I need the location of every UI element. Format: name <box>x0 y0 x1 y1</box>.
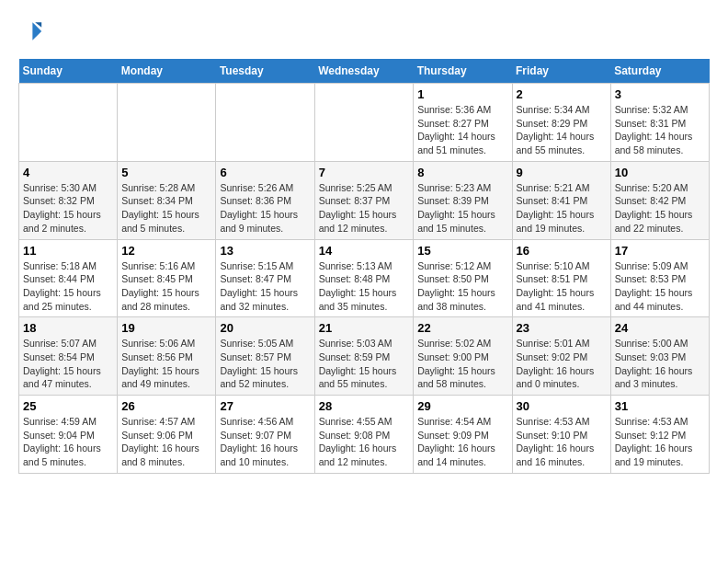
day-number: 5 <box>121 166 211 179</box>
day-number: 30 <box>517 399 607 413</box>
day-cell: 6Sunrise: 5:26 AM Sunset: 8:36 PM Daylig… <box>216 161 314 239</box>
day-number: 29 <box>417 399 507 413</box>
logo <box>18 18 48 44</box>
week-row-5: 25Sunrise: 4:59 AM Sunset: 9:04 PM Dayli… <box>19 396 710 474</box>
day-number: 10 <box>615 166 705 179</box>
day-info: Sunrise: 5:00 AM Sunset: 9:03 PM Dayligh… <box>615 337 705 391</box>
day-cell: 4Sunrise: 5:30 AM Sunset: 8:32 PM Daylig… <box>19 161 118 239</box>
day-number: 19 <box>121 321 211 335</box>
day-cell: 10Sunrise: 5:20 AM Sunset: 8:42 PM Dayli… <box>610 161 709 239</box>
day-cell: 13Sunrise: 5:15 AM Sunset: 8:47 PM Dayli… <box>216 239 314 317</box>
day-info: Sunrise: 5:01 AM Sunset: 9:02 PM Dayligh… <box>517 337 607 391</box>
day-cell: 17Sunrise: 5:09 AM Sunset: 8:53 PM Dayli… <box>610 239 709 317</box>
day-cell: 3Sunrise: 5:32 AM Sunset: 8:31 PM Daylig… <box>610 84 709 162</box>
day-cell: 26Sunrise: 4:57 AM Sunset: 9:06 PM Dayli… <box>118 396 216 474</box>
day-cell <box>118 84 216 162</box>
col-header-tuesday: Tuesday <box>216 59 314 84</box>
day-cell: 1Sunrise: 5:36 AM Sunset: 8:27 PM Daylig… <box>414 84 512 162</box>
day-info: Sunrise: 5:03 AM Sunset: 8:59 PM Dayligh… <box>319 337 410 391</box>
day-number: 9 <box>517 166 607 179</box>
day-cell: 11Sunrise: 5:18 AM Sunset: 8:44 PM Dayli… <box>19 239 118 317</box>
day-cell: 12Sunrise: 5:16 AM Sunset: 8:45 PM Dayli… <box>118 239 216 317</box>
day-number: 7 <box>319 166 410 179</box>
day-info: Sunrise: 5:25 AM Sunset: 8:37 PM Dayligh… <box>319 181 410 236</box>
week-row-3: 11Sunrise: 5:18 AM Sunset: 8:44 PM Dayli… <box>19 239 710 317</box>
day-info: Sunrise: 5:32 AM Sunset: 8:31 PM Dayligh… <box>615 103 705 157</box>
day-cell: 22Sunrise: 5:02 AM Sunset: 9:00 PM Dayli… <box>414 317 512 396</box>
day-cell: 18Sunrise: 5:07 AM Sunset: 8:54 PM Dayli… <box>19 317 118 396</box>
col-header-saturday: Saturday <box>610 59 709 84</box>
day-number: 1 <box>417 87 507 101</box>
day-number: 21 <box>319 321 410 335</box>
day-cell: 27Sunrise: 4:56 AM Sunset: 9:07 PM Dayli… <box>216 396 314 474</box>
day-cell: 28Sunrise: 4:55 AM Sunset: 9:08 PM Dayli… <box>314 396 414 474</box>
day-cell: 21Sunrise: 5:03 AM Sunset: 8:59 PM Dayli… <box>314 317 414 396</box>
day-number: 13 <box>220 244 310 258</box>
day-cell: 5Sunrise: 5:28 AM Sunset: 8:34 PM Daylig… <box>118 161 216 239</box>
day-info: Sunrise: 4:53 AM Sunset: 9:12 PM Dayligh… <box>615 415 705 469</box>
day-number: 26 <box>121 399 211 413</box>
col-header-sunday: Sunday <box>19 59 118 84</box>
day-cell: 15Sunrise: 5:12 AM Sunset: 8:50 PM Dayli… <box>414 239 512 317</box>
day-info: Sunrise: 4:54 AM Sunset: 9:09 PM Dayligh… <box>417 415 507 469</box>
day-number: 3 <box>615 87 705 101</box>
day-cell: 19Sunrise: 5:06 AM Sunset: 8:56 PM Dayli… <box>118 317 216 396</box>
day-number: 8 <box>417 166 507 179</box>
day-info: Sunrise: 5:05 AM Sunset: 8:57 PM Dayligh… <box>220 337 310 391</box>
day-cell: 31Sunrise: 4:53 AM Sunset: 9:12 PM Dayli… <box>610 396 709 474</box>
day-info: Sunrise: 5:36 AM Sunset: 8:27 PM Dayligh… <box>417 103 507 157</box>
col-header-thursday: Thursday <box>414 59 512 84</box>
day-cell: 23Sunrise: 5:01 AM Sunset: 9:02 PM Dayli… <box>512 317 610 396</box>
day-cell: 20Sunrise: 5:05 AM Sunset: 8:57 PM Dayli… <box>216 317 314 396</box>
day-info: Sunrise: 5:10 AM Sunset: 8:51 PM Dayligh… <box>517 259 607 314</box>
day-cell: 8Sunrise: 5:23 AM Sunset: 8:39 PM Daylig… <box>414 161 512 239</box>
day-cell: 2Sunrise: 5:34 AM Sunset: 8:29 PM Daylig… <box>512 84 610 162</box>
day-number: 25 <box>23 399 113 413</box>
day-cell: 7Sunrise: 5:25 AM Sunset: 8:37 PM Daylig… <box>314 161 414 239</box>
day-info: Sunrise: 5:34 AM Sunset: 8:29 PM Dayligh… <box>517 103 607 157</box>
col-header-friday: Friday <box>512 59 610 84</box>
day-number: 24 <box>615 321 705 335</box>
day-number: 15 <box>417 244 507 258</box>
col-header-monday: Monday <box>118 59 216 84</box>
day-info: Sunrise: 4:53 AM Sunset: 9:10 PM Dayligh… <box>517 415 607 469</box>
day-info: Sunrise: 5:21 AM Sunset: 8:41 PM Dayligh… <box>517 181 607 236</box>
day-number: 18 <box>23 321 113 335</box>
day-number: 12 <box>121 244 211 258</box>
logo-icon <box>18 18 44 44</box>
col-header-wednesday: Wednesday <box>314 59 414 84</box>
day-cell: 24Sunrise: 5:00 AM Sunset: 9:03 PM Dayli… <box>610 317 709 396</box>
day-number: 11 <box>23 244 113 258</box>
day-info: Sunrise: 5:28 AM Sunset: 8:34 PM Dayligh… <box>121 181 211 236</box>
page-header <box>18 18 710 44</box>
day-number: 28 <box>319 399 410 413</box>
day-number: 20 <box>220 321 310 335</box>
day-info: Sunrise: 5:09 AM Sunset: 8:53 PM Dayligh… <box>615 259 705 314</box>
day-info: Sunrise: 5:12 AM Sunset: 8:50 PM Dayligh… <box>417 259 507 314</box>
day-number: 16 <box>517 244 607 258</box>
day-info: Sunrise: 4:57 AM Sunset: 9:06 PM Dayligh… <box>121 415 211 469</box>
day-number: 6 <box>220 166 310 179</box>
day-info: Sunrise: 5:16 AM Sunset: 8:45 PM Dayligh… <box>121 259 211 314</box>
week-row-4: 18Sunrise: 5:07 AM Sunset: 8:54 PM Dayli… <box>19 317 710 396</box>
day-info: Sunrise: 5:07 AM Sunset: 8:54 PM Dayligh… <box>23 337 113 391</box>
week-row-1: 1Sunrise: 5:36 AM Sunset: 8:27 PM Daylig… <box>19 84 710 162</box>
day-number: 22 <box>417 321 507 335</box>
day-info: Sunrise: 4:55 AM Sunset: 9:08 PM Dayligh… <box>319 415 410 469</box>
day-info: Sunrise: 4:56 AM Sunset: 9:07 PM Dayligh… <box>220 415 310 469</box>
day-info: Sunrise: 5:26 AM Sunset: 8:36 PM Dayligh… <box>220 181 310 236</box>
day-cell: 29Sunrise: 4:54 AM Sunset: 9:09 PM Dayli… <box>414 396 512 474</box>
day-info: Sunrise: 5:20 AM Sunset: 8:42 PM Dayligh… <box>615 181 705 236</box>
day-cell: 14Sunrise: 5:13 AM Sunset: 8:48 PM Dayli… <box>314 239 414 317</box>
day-number: 27 <box>220 399 310 413</box>
week-row-2: 4Sunrise: 5:30 AM Sunset: 8:32 PM Daylig… <box>19 161 710 239</box>
day-cell: 30Sunrise: 4:53 AM Sunset: 9:10 PM Dayli… <box>512 396 610 474</box>
day-cell <box>19 84 118 162</box>
day-info: Sunrise: 5:13 AM Sunset: 8:48 PM Dayligh… <box>319 259 410 314</box>
day-cell: 25Sunrise: 4:59 AM Sunset: 9:04 PM Dayli… <box>19 396 118 474</box>
day-number: 4 <box>23 166 113 179</box>
day-cell <box>314 84 414 162</box>
day-number: 17 <box>615 244 705 258</box>
day-info: Sunrise: 5:15 AM Sunset: 8:47 PM Dayligh… <box>220 259 310 314</box>
day-info: Sunrise: 5:23 AM Sunset: 8:39 PM Dayligh… <box>417 181 507 236</box>
